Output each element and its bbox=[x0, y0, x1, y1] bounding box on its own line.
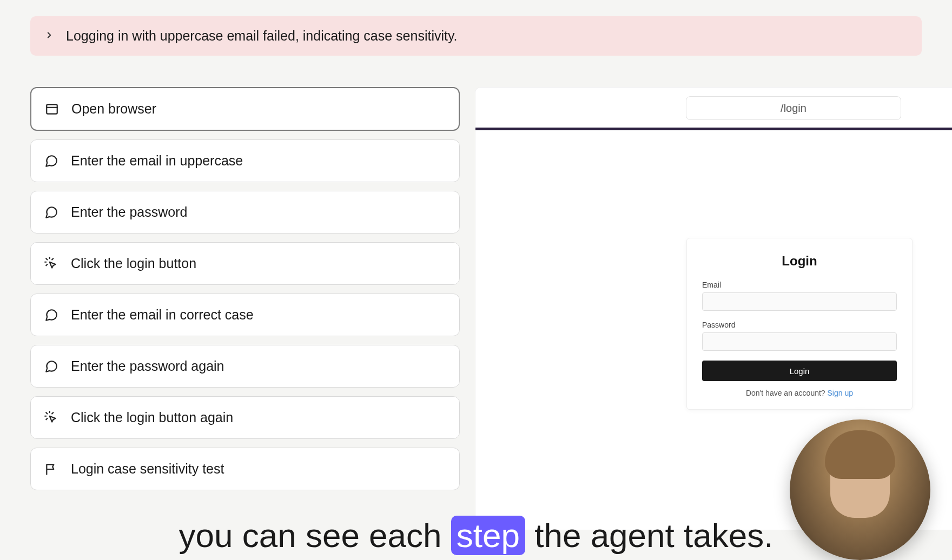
comment-icon bbox=[44, 154, 59, 169]
svg-line-8 bbox=[52, 412, 53, 414]
step-label: Login case sensitivity test bbox=[71, 461, 224, 477]
login-button[interactable]: Login bbox=[702, 361, 897, 381]
browser-icon bbox=[44, 102, 60, 117]
comment-icon bbox=[44, 205, 59, 220]
comment-icon bbox=[44, 308, 59, 323]
svg-line-2 bbox=[46, 258, 47, 259]
svg-line-7 bbox=[46, 412, 47, 414]
click-icon bbox=[44, 256, 59, 271]
step-card[interactable]: Enter the password bbox=[30, 191, 460, 234]
step-label: Enter the password bbox=[71, 204, 187, 220]
chevron-right-icon bbox=[44, 29, 54, 43]
step-label: Enter the email in correct case bbox=[71, 307, 254, 323]
step-card[interactable]: Login case sensitivity test bbox=[30, 448, 460, 490]
step-label: Enter the password again bbox=[71, 358, 224, 374]
password-label: Password bbox=[702, 321, 897, 329]
signup-link[interactable]: Sign up bbox=[828, 389, 853, 397]
step-card[interactable]: Enter the email in uppercase bbox=[30, 139, 460, 182]
step-card[interactable]: Open browser bbox=[30, 87, 460, 131]
alert-message: Logging in with uppercase email failed, … bbox=[66, 28, 458, 44]
svg-line-3 bbox=[52, 258, 53, 259]
step-card[interactable]: Enter the password again bbox=[30, 345, 460, 388]
svg-rect-0 bbox=[47, 104, 57, 114]
click-icon bbox=[44, 410, 59, 425]
svg-line-4 bbox=[46, 264, 47, 265]
url-text: /login bbox=[781, 102, 806, 115]
step-card[interactable]: Enter the email in correct case bbox=[30, 294, 460, 336]
step-label: Click the login button bbox=[71, 256, 196, 271]
comment-icon bbox=[44, 359, 59, 374]
alert-banner[interactable]: Logging in with uppercase email failed, … bbox=[30, 16, 922, 56]
signup-row: Don't have an account? Sign up bbox=[702, 389, 897, 397]
signup-prompt: Don't have an account? bbox=[746, 389, 828, 397]
steps-column: Open browserEnter the email in uppercase… bbox=[30, 87, 460, 530]
login-title: Login bbox=[702, 254, 897, 269]
step-label: Enter the email in uppercase bbox=[71, 153, 243, 169]
login-form: Login Email Password Login Don't have an… bbox=[686, 238, 913, 410]
flag-icon bbox=[44, 462, 59, 477]
preview-divider bbox=[475, 128, 952, 130]
email-field[interactable] bbox=[702, 292, 897, 311]
step-label: Open browser bbox=[71, 101, 156, 117]
email-label: Email bbox=[702, 281, 897, 289]
step-card[interactable]: Click the login button again bbox=[30, 396, 460, 439]
password-field[interactable] bbox=[702, 332, 897, 351]
step-label: Click the login button again bbox=[71, 410, 233, 425]
svg-line-9 bbox=[46, 418, 47, 419]
step-card[interactable]: Click the login button bbox=[30, 242, 460, 285]
presenter-webcam bbox=[790, 419, 930, 560]
url-bar[interactable]: /login bbox=[686, 96, 901, 120]
